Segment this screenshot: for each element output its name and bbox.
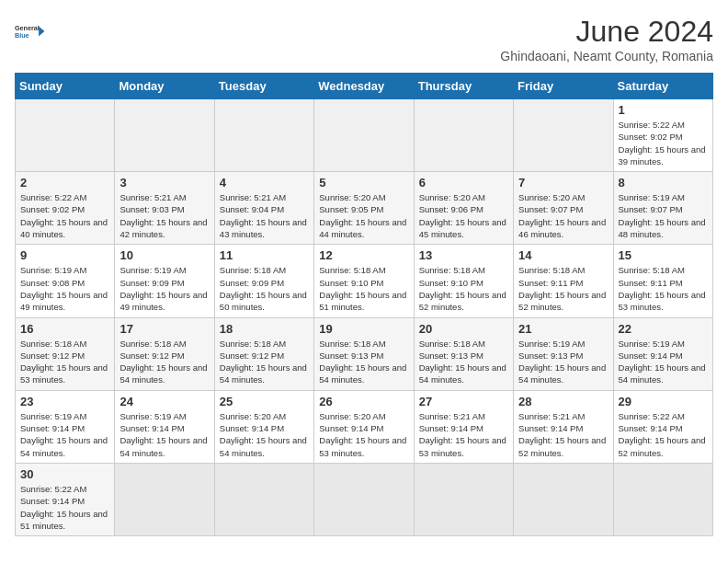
day-info: Sunrise: 5:21 AMSunset: 9:14 PMDaylight:… [518,410,608,459]
calendar-week-1: 1Sunrise: 5:22 AMSunset: 9:02 PMDaylight… [16,99,713,172]
table-row: 4Sunrise: 5:21 AMSunset: 9:04 PMDaylight… [214,172,313,245]
day-info: Sunrise: 5:18 AMSunset: 9:12 PMDaylight:… [119,338,209,386]
page-header: GeneralBlue June 2024 Ghindaoani, Neamt … [15,15,713,63]
table-row: 20Sunrise: 5:18 AMSunset: 9:13 PMDayligh… [414,317,513,390]
table-row: 30Sunrise: 5:22 AMSunset: 9:14 PMDayligh… [16,463,115,535]
table-row: 9Sunrise: 5:19 AMSunset: 9:08 PMDaylight… [16,245,115,317]
calendar-week-3: 9Sunrise: 5:19 AMSunset: 9:08 PMDaylight… [16,245,713,317]
day-info: Sunrise: 5:18 AMSunset: 9:13 PMDaylight:… [319,338,408,386]
day-number: 4 [220,176,309,190]
table-row: 7Sunrise: 5:20 AMSunset: 9:07 PMDaylight… [514,172,613,245]
calendar-week-4: 16Sunrise: 5:18 AMSunset: 9:12 PMDayligh… [16,317,713,390]
day-info: Sunrise: 5:19 AMSunset: 9:14 PMDaylight:… [119,410,209,459]
day-number: 26 [319,395,408,408]
day-info: Sunrise: 5:19 AMSunset: 9:14 PMDaylight:… [20,410,109,459]
table-row [314,463,414,535]
table-row: 5Sunrise: 5:20 AMSunset: 9:05 PMDaylight… [314,172,414,245]
table-row [613,463,712,535]
table-row: 28Sunrise: 5:21 AMSunset: 9:14 PMDayligh… [514,390,613,463]
day-number: 2 [20,176,109,190]
day-info: Sunrise: 5:18 AMSunset: 9:12 PMDaylight:… [20,338,109,386]
table-row: 19Sunrise: 5:18 AMSunset: 9:13 PMDayligh… [314,317,414,390]
day-info: Sunrise: 5:19 AMSunset: 9:13 PMDaylight:… [518,338,608,386]
day-info: Sunrise: 5:19 AMSunset: 9:14 PMDaylight:… [619,338,708,386]
day-number: 28 [518,395,608,408]
day-number: 3 [119,176,209,190]
table-row [514,463,613,535]
table-row [514,99,613,172]
day-number: 9 [20,248,109,262]
calendar-week-5: 23Sunrise: 5:19 AMSunset: 9:14 PMDayligh… [16,390,713,463]
day-info: Sunrise: 5:19 AMSunset: 9:07 PMDaylight:… [619,191,708,240]
calendar-header-row: Sunday Monday Tuesday Wednesday Thursday… [16,74,713,99]
day-info: Sunrise: 5:21 AMSunset: 9:03 PMDaylight:… [119,191,209,240]
day-info: Sunrise: 5:18 AMSunset: 9:10 PMDaylight:… [319,264,408,313]
logo-icon: GeneralBlue [15,15,48,48]
day-info: Sunrise: 5:22 AMSunset: 9:02 PMDaylight:… [20,191,109,240]
table-row: 8Sunrise: 5:19 AMSunset: 9:07 PMDaylight… [613,172,712,245]
day-info: Sunrise: 5:18 AMSunset: 9:13 PMDaylight:… [419,338,508,386]
table-row: 1Sunrise: 5:22 AMSunset: 9:02 PMDaylight… [613,99,712,172]
logo: GeneralBlue [15,15,48,48]
day-number: 23 [20,395,109,408]
day-info: Sunrise: 5:21 AMSunset: 9:14 PMDaylight:… [419,410,508,459]
table-row: 27Sunrise: 5:21 AMSunset: 9:14 PMDayligh… [414,390,513,463]
day-number: 25 [220,395,309,408]
table-row: 11Sunrise: 5:18 AMSunset: 9:09 PMDayligh… [214,245,313,317]
table-row: 23Sunrise: 5:19 AMSunset: 9:14 PMDayligh… [16,390,115,463]
table-row: 10Sunrise: 5:19 AMSunset: 9:09 PMDayligh… [115,245,214,317]
day-info: Sunrise: 5:20 AMSunset: 9:07 PMDaylight:… [518,191,608,240]
svg-text:Blue: Blue [15,31,29,40]
day-number: 8 [619,176,708,190]
day-info: Sunrise: 5:18 AMSunset: 9:10 PMDaylight:… [419,264,508,313]
table-row [115,463,214,535]
header-tuesday: Tuesday [214,74,313,99]
day-number: 17 [119,322,209,336]
calendar-week-2: 2Sunrise: 5:22 AMSunset: 9:02 PMDaylight… [16,172,713,245]
table-row [414,463,513,535]
table-row: 16Sunrise: 5:18 AMSunset: 9:12 PMDayligh… [16,317,115,390]
day-info: Sunrise: 5:22 AMSunset: 9:02 PMDaylight:… [619,119,708,167]
day-number: 6 [419,176,508,190]
table-row: 22Sunrise: 5:19 AMSunset: 9:14 PMDayligh… [613,317,712,390]
table-row: 17Sunrise: 5:18 AMSunset: 9:12 PMDayligh… [115,317,214,390]
table-row: 25Sunrise: 5:20 AMSunset: 9:14 PMDayligh… [214,390,313,463]
day-number: 13 [419,248,508,262]
table-row [115,99,214,172]
table-row: 26Sunrise: 5:20 AMSunset: 9:14 PMDayligh… [314,390,414,463]
table-row [314,99,414,172]
day-number: 16 [20,322,109,336]
day-info: Sunrise: 5:20 AMSunset: 9:05 PMDaylight:… [319,191,408,240]
day-number: 7 [518,176,608,190]
table-row: 14Sunrise: 5:18 AMSunset: 9:11 PMDayligh… [514,245,613,317]
location-subtitle: Ghindaoani, Neamt County, Romania [500,49,713,63]
calendar-week-6: 30Sunrise: 5:22 AMSunset: 9:14 PMDayligh… [16,463,713,535]
table-row [214,463,313,535]
header-sunday: Sunday [16,74,115,99]
table-row: 12Sunrise: 5:18 AMSunset: 9:10 PMDayligh… [314,245,414,317]
day-number: 15 [619,248,708,262]
day-number: 22 [619,322,708,336]
table-row: 24Sunrise: 5:19 AMSunset: 9:14 PMDayligh… [115,390,214,463]
header-wednesday: Wednesday [314,74,414,99]
table-row: 29Sunrise: 5:22 AMSunset: 9:14 PMDayligh… [613,390,712,463]
month-title: June 2024 [500,15,713,49]
day-info: Sunrise: 5:18 AMSunset: 9:11 PMDaylight:… [518,264,608,313]
table-row: 6Sunrise: 5:20 AMSunset: 9:06 PMDaylight… [414,172,513,245]
day-number: 5 [319,176,408,190]
day-number: 14 [518,248,608,262]
svg-text:General: General [15,24,40,32]
table-row: 2Sunrise: 5:22 AMSunset: 9:02 PMDaylight… [16,172,115,245]
table-row [16,99,115,172]
day-number: 27 [419,395,508,408]
day-number: 1 [619,103,708,117]
title-block: June 2024 Ghindaoani, Neamt County, Roma… [500,15,713,63]
day-info: Sunrise: 5:18 AMSunset: 9:11 PMDaylight:… [619,264,708,313]
day-number: 21 [518,322,608,336]
svg-marker-2 [39,27,44,37]
day-number: 18 [220,322,309,336]
day-number: 10 [119,248,209,262]
day-info: Sunrise: 5:20 AMSunset: 9:14 PMDaylight:… [319,410,408,459]
table-row [414,99,513,172]
day-info: Sunrise: 5:20 AMSunset: 9:06 PMDaylight:… [419,191,508,240]
